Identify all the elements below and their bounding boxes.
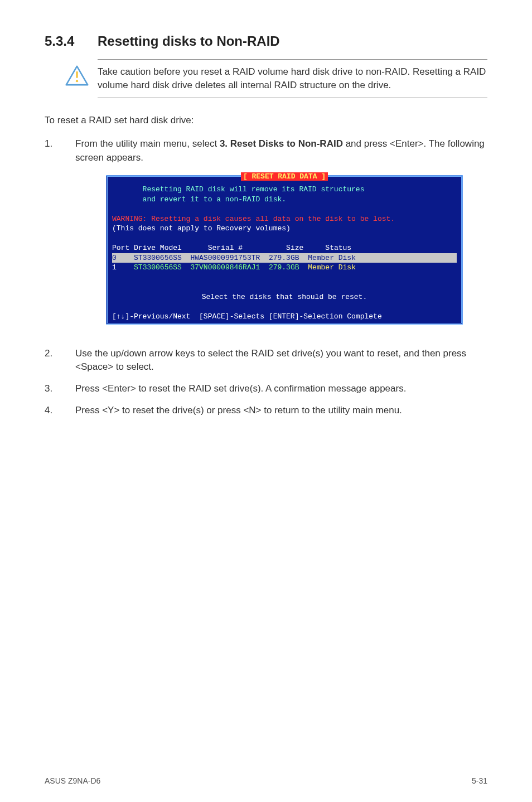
footer-left: ASUS Z9NA-D6 <box>45 776 100 785</box>
terminal-msg1: Resetting RAID disk will remove its RAID… <box>143 185 365 194</box>
step-2: Use the up/down arrow keys to select the… <box>45 347 487 374</box>
terminal-screenshot: [ RESET RAID DATA ] Resetting RAID disk … <box>106 175 487 325</box>
svg-rect-1 <box>76 71 78 78</box>
step-1: From the utility main menu, select 3. Re… <box>45 137 487 339</box>
terminal-row-1: 1 ST3300656SS 37VN00009846RAJ1 279.3GB M… <box>112 263 457 273</box>
intro-text: To reset a RAID set hard disk drive: <box>45 114 487 128</box>
terminal-title: [ RESET RAID DATA ] <box>241 172 328 181</box>
step-list: From the utility main menu, select 3. Re… <box>45 137 487 425</box>
caution-text: Take caution before you reset a RAID vol… <box>98 65 487 92</box>
terminal-col-header: Port Drive Model Serial # Size Status <box>112 243 457 253</box>
terminal-footer-help: [↑↓]-Previous/Next [SPACE]-Selects [ENTE… <box>112 312 457 322</box>
terminal-msg2: and revert it to a non-RAID disk. <box>143 195 286 204</box>
svg-point-2 <box>76 80 78 82</box>
footer-right: 5-31 <box>472 776 487 785</box>
terminal-select-msg: Select the disks that should be reset. <box>112 292 457 302</box>
step1-pre: From the utility main menu, select <box>75 138 220 149</box>
page-footer: ASUS Z9NA-D6 5-31 <box>45 765 487 785</box>
terminal-warning: WARNING: Resetting a disk causes all dat… <box>112 214 457 224</box>
section-number: 5.3.4 <box>45 33 98 49</box>
caution-callout: Take caution before you reset a RAID vol… <box>98 59 487 98</box>
terminal-row-0: 0 ST3300656SS HWAS0000991753TR 279.3GB M… <box>112 253 457 263</box>
terminal-recovery: (This does not apply to Recovery volumes… <box>112 224 457 234</box>
terminal-window: [ RESET RAID DATA ] Resetting RAID disk … <box>106 175 463 325</box>
step1-bold: 3. Reset Disks to Non-RAID <box>220 138 343 149</box>
caution-icon <box>65 65 89 88</box>
section-heading: 5.3.4 Resetting disks to Non-RAID <box>45 33 487 49</box>
step-3: Press <Enter> to reset the RAID set driv… <box>45 382 487 396</box>
section-title: Resetting disks to Non-RAID <box>98 33 280 49</box>
step-4: Press <Y> to reset the drive(s) or press… <box>45 404 487 418</box>
